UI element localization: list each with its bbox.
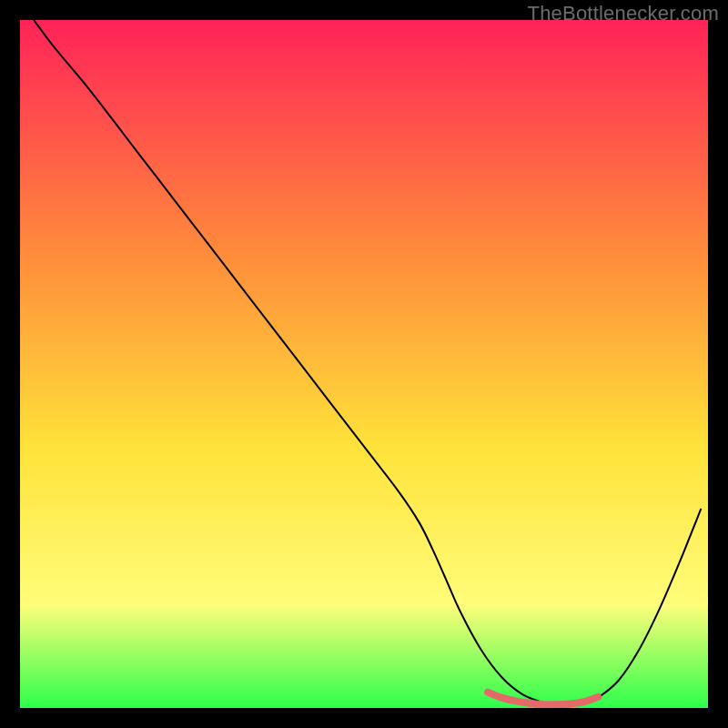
watermark-text: TheBottlenecker.com <box>528 2 719 25</box>
chart-frame <box>20 20 708 708</box>
gradient-background <box>20 20 708 708</box>
chart-area <box>20 20 708 708</box>
